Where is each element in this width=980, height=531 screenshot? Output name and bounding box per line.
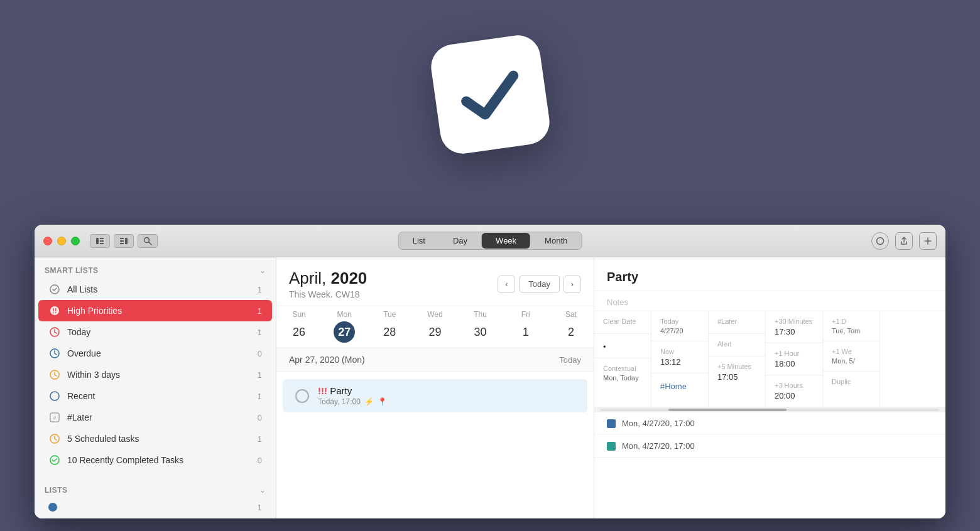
sidebar-item-today[interactable]: Today 1	[38, 321, 272, 343]
list-item-1[interactable]: 1	[38, 498, 272, 516]
day-num-sat: 2	[560, 321, 582, 343]
day-name-fri: Fri	[503, 310, 548, 319]
action-value-plus5: 17:05	[717, 372, 756, 382]
sidebar-item-high-priorities[interactable]: !! High Priorities 1	[38, 300, 272, 321]
action-label-plus1h: +1 Hour	[775, 350, 814, 357]
action-cell-plus1w[interactable]: +1 We Mon, 5/	[823, 341, 879, 372]
svg-rect-0	[96, 238, 99, 244]
sidebar-item-all-lists-label: All Lists	[67, 284, 258, 294]
scrollbar-track	[601, 409, 939, 411]
cal-icon-blue	[607, 419, 616, 428]
sidebar-item-all-lists-count: 1	[258, 285, 262, 294]
tab-list[interactable]: List	[399, 232, 439, 249]
action-cell-today[interactable]: Today 4/27/20	[651, 311, 708, 341]
sidebar: Smart Lists ⌄ All Lists 1 !! High Priori…	[35, 257, 276, 518]
day-col-tue[interactable]: Tue 28	[367, 310, 412, 348]
sidebar-item-today-count: 1	[258, 328, 262, 337]
list-count-1: 1	[258, 503, 262, 512]
date-row-1[interactable]: Mon, 4/27/20, 17:00	[594, 412, 945, 435]
action-col-1: Clear Date • Contextual Mon, Today	[594, 311, 651, 407]
lists-chevron[interactable]: ⌄	[259, 486, 266, 495]
share-button[interactable]	[895, 232, 913, 250]
sidebar-item-recently-completed[interactable]: 10 Recently Completed Tasks 0	[38, 449, 272, 471]
fullscreen-button[interactable]	[71, 237, 80, 245]
day-num-fri: 1	[515, 321, 536, 343]
action-label-today: Today	[660, 318, 699, 325]
today-button[interactable]: Today	[519, 276, 560, 292]
action-value-plus1h: 18:00	[775, 359, 814, 368]
action-cell-plus1h[interactable]: +1 Hour 18:00	[766, 343, 822, 375]
sidebar-toggle-group	[90, 234, 134, 248]
within-3-days-icon	[48, 368, 61, 381]
action-cell-contextual[interactable]: Contextual Mon, Today	[594, 358, 651, 388]
sidebar-item-within-3-days[interactable]: Within 3 days 1	[38, 364, 272, 385]
day-col-sat[interactable]: Sat 2	[548, 310, 594, 348]
tab-week[interactable]: Week	[482, 233, 530, 249]
sidebar-item-recent[interactable]: Recent 1	[38, 385, 272, 407]
action-cell-now[interactable]: Now 13:12	[651, 341, 708, 373]
sidebar-item-later-label: #Later	[67, 412, 258, 422]
tab-day[interactable]: Day	[439, 232, 481, 249]
action-cell-plus30[interactable]: +30 Minutes 17:30	[766, 311, 822, 343]
action-cell-duplicate[interactable]: Duplic	[823, 372, 879, 394]
minimize-button[interactable]	[57, 237, 66, 245]
task-checkbox-party[interactable]	[295, 389, 309, 403]
sidebar-toggle-left[interactable]	[90, 234, 110, 248]
high-priorities-icon: !!	[48, 304, 61, 317]
svg-line-9	[149, 242, 151, 245]
close-button[interactable]	[43, 237, 52, 245]
action-cell-plus1d[interactable]: +1 D Tue, Tom	[823, 311, 879, 341]
date-row-2[interactable]: Mon, 4/27/20, 17:00	[594, 435, 945, 458]
detail-notes-label[interactable]: Notes	[594, 291, 945, 311]
svg-point-8	[144, 237, 150, 242]
search-button[interactable]	[138, 234, 158, 248]
day-col-thu[interactable]: Thu 30	[458, 310, 503, 348]
svg-rect-4	[125, 238, 128, 244]
svg-text:#: #	[53, 415, 56, 421]
day-name-thu: Thu	[458, 310, 503, 319]
action-col-4: +30 Minutes 17:30 +1 Hour 18:00 +3 Hours…	[766, 311, 823, 407]
day-col-wed[interactable]: Wed 29	[412, 310, 457, 348]
task-content-party: !!! Party Today, 17:00 ⚡ 📍	[318, 385, 575, 406]
action-label-contextual: Contextual	[603, 365, 642, 372]
action-cell-plus5[interactable]: +5 Minutes 17:05	[709, 357, 765, 388]
task-meta-party: Today, 17:00 ⚡ 📍	[318, 397, 575, 406]
action-cell-clear-date[interactable]: Clear Date	[594, 311, 651, 334]
day-name-sat: Sat	[548, 310, 594, 319]
sidebar-item-overdue[interactable]: Overdue 0	[38, 343, 272, 364]
action-label-plus1d: +1 D	[832, 318, 871, 325]
action-value-plus30: 17:30	[775, 327, 814, 336]
recent-icon	[48, 390, 61, 402]
today-icon	[48, 326, 61, 338]
day-col-mon[interactable]: Mon 27	[322, 310, 367, 348]
day-name-wed: Wed	[412, 310, 457, 319]
action-cell-later[interactable]: #Later	[709, 311, 765, 334]
task-item-party[interactable]: !!! Party Today, 17:00 ⚡ 📍	[283, 379, 587, 412]
action-cell-plus3h[interactable]: +3 Hours 20:00	[766, 375, 822, 407]
day-col-sun[interactable]: Sun 26	[276, 310, 322, 348]
selected-date: Apr 27, 2020 (Mon)	[289, 355, 365, 365]
sidebar-item-scheduled[interactable]: 5 Scheduled tasks 1	[38, 428, 272, 449]
sidebar-item-all-lists[interactable]: All Lists 1	[38, 279, 272, 300]
sidebar-item-later[interactable]: # #Later 0	[38, 407, 272, 428]
action-value-today: 4/27/20	[660, 327, 699, 335]
action-label-duplicate: Duplic	[832, 378, 871, 385]
checkmark-icon	[452, 62, 528, 127]
day-col-fri[interactable]: Fri 1	[503, 310, 548, 348]
svg-rect-6	[120, 240, 124, 242]
detail-header: Party	[594, 257, 945, 291]
action-value-contextual: Mon, Today	[603, 374, 642, 382]
prev-week-button[interactable]: ‹	[498, 276, 515, 293]
smart-lists-chevron[interactable]: ⌄	[259, 266, 266, 275]
next-week-button[interactable]: ›	[564, 276, 581, 293]
action-cell-alert[interactable]: Alert	[709, 334, 765, 357]
sidebar-toggle-right[interactable]	[114, 234, 134, 248]
circle-button[interactable]	[871, 232, 889, 250]
list-label-1	[63, 502, 258, 512]
svg-point-19	[50, 392, 59, 400]
tab-month[interactable]: Month	[531, 232, 581, 249]
action-cell-home[interactable]: #Home	[651, 373, 708, 397]
detail-scrollbar[interactable]	[594, 407, 945, 412]
svg-rect-3	[100, 243, 104, 244]
add-button[interactable]	[919, 232, 937, 250]
